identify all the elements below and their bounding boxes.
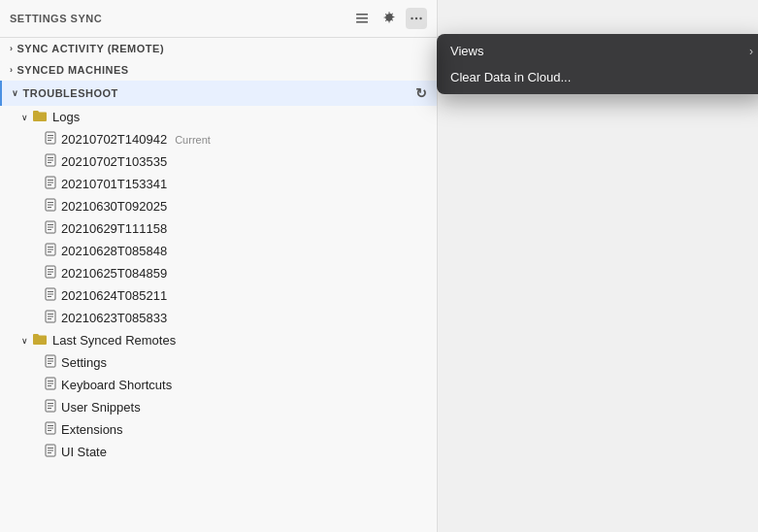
- clear-data-label: Clear Data in Cloud...: [450, 70, 571, 84]
- log-item[interactable]: 20210623T085833: [0, 307, 437, 329]
- file-icon: [45, 265, 56, 282]
- chevron-down-icon: ∨: [21, 113, 28, 122]
- log-item[interactable]: 20210702T140942 Current: [0, 128, 437, 150]
- svg-rect-0: [356, 14, 368, 16]
- chevron-down-icon: ∨: [21, 336, 28, 346]
- folder-icon: [32, 109, 48, 125]
- chevron-right-icon: ›: [10, 44, 14, 53]
- file-icon: [45, 243, 56, 259]
- submenu-arrow-icon: ›: [749, 45, 753, 58]
- logs-folder-label: Logs: [52, 110, 80, 124]
- log-item[interactable]: 20210625T084859: [0, 262, 437, 284]
- file-icon: [45, 220, 56, 237]
- log-item[interactable]: 20210628T085848: [0, 240, 437, 262]
- chevron-right-icon: ›: [10, 65, 14, 75]
- file-icon: [45, 377, 56, 393]
- file-icon: [45, 421, 56, 438]
- chevron-down-icon: ∨: [12, 88, 19, 98]
- views-label: Views: [450, 44, 483, 58]
- log-item[interactable]: 20210701T153341: [0, 173, 437, 195]
- more-icon-button[interactable]: [406, 8, 427, 29]
- synced-item[interactable]: Extensions: [0, 418, 437, 441]
- panel-header: SETTINGS SYNC: [0, 0, 437, 38]
- list-icon-button[interactable]: [351, 8, 373, 29]
- file-icon: [45, 153, 56, 170]
- svg-point-5: [419, 17, 421, 19]
- file-icon: [45, 399, 56, 416]
- last-synced-folder-label: Last Synced Remotes: [52, 333, 176, 348]
- synced-item[interactable]: User Snippets: [0, 396, 437, 418]
- svg-point-4: [415, 17, 417, 19]
- synced-item[interactable]: Keyboard Shortcuts: [0, 374, 437, 396]
- svg-rect-1: [356, 17, 368, 19]
- log-item[interactable]: 20210702T103535: [0, 150, 437, 173]
- section-troubleshoot[interactable]: ∨ TROUBLESHOOT ↻: [0, 81, 437, 106]
- section-synced-machines[interactable]: › SYNCED MACHINES: [0, 59, 437, 81]
- last-synced-folder[interactable]: ∨ Last Synced Remotes: [0, 329, 437, 351]
- clear-data-menu-item[interactable]: Clear Data in Cloud...: [437, 64, 758, 90]
- file-icon: [45, 176, 56, 192]
- views-menu-item[interactable]: Views ›: [437, 38, 758, 64]
- file-icon: [45, 354, 56, 371]
- section-sync-activity-remote[interactable]: › SYNC ACTIVITY (REMOTE): [0, 38, 437, 59]
- gear-icon-button[interactable]: [379, 8, 400, 29]
- synced-item[interactable]: UI State: [0, 441, 437, 463]
- svg-point-3: [411, 17, 412, 19]
- file-icon: [45, 310, 56, 326]
- logs-folder[interactable]: ∨ Logs: [0, 106, 437, 128]
- svg-rect-2: [356, 21, 368, 23]
- panel-title: SETTINGS SYNC: [10, 13, 102, 24]
- log-item[interactable]: 20210624T085211: [0, 284, 437, 307]
- file-icon: [45, 131, 56, 148]
- folder-icon: [32, 332, 48, 349]
- file-icon: [45, 444, 56, 460]
- dropdown-overlay: ✓ Sync Activity (Remote) ✓ Synced Machin…: [437, 34, 758, 94]
- dropdown-menu: ✓ Sync Activity (Remote) ✓ Synced Machin…: [437, 34, 758, 94]
- log-item[interactable]: 20210629T111158: [0, 217, 437, 240]
- file-icon: [45, 287, 56, 304]
- file-icon: [45, 198, 56, 215]
- log-item[interactable]: 20210630T092025: [0, 195, 437, 217]
- refresh-icon[interactable]: ↻: [415, 85, 428, 101]
- synced-item[interactable]: Settings: [0, 351, 437, 374]
- header-icons: [351, 8, 427, 29]
- current-badge: Current: [175, 134, 211, 146]
